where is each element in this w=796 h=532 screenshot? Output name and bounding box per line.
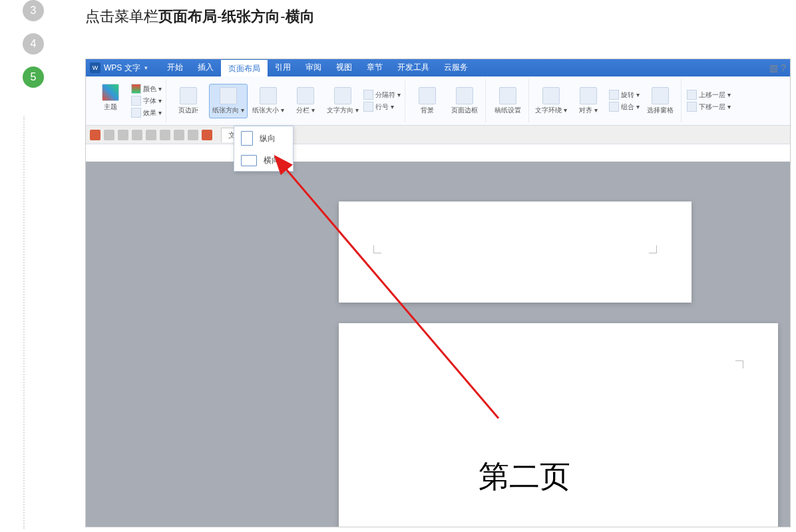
ribbon-orientation-button[interactable]: 纸张方向 ▾ xyxy=(209,84,248,118)
instruction-text: 点击菜单栏页面布局-纸张方向-横向 xyxy=(85,7,315,27)
instruction-sep-2: - xyxy=(280,8,285,25)
step-badge-4: 4 xyxy=(23,33,44,55)
size-icon xyxy=(260,87,277,104)
margins-icon xyxy=(180,87,197,104)
titlebar-right-icons: ▥ ? xyxy=(769,63,786,73)
step-badge-5: 5 xyxy=(23,66,44,88)
ribbon-linenum-button[interactable]: 行号 ▾ xyxy=(363,102,401,112)
tab-insert[interactable]: 插入 xyxy=(190,59,221,78)
ribbon-paper-button[interactable]: 稿纸设置 xyxy=(491,87,524,115)
ribbon-color-label: 颜色 xyxy=(143,84,156,94)
ribbon-pane-button[interactable]: 选择窗格 xyxy=(644,87,677,115)
ribbon-effect-button[interactable]: 效果 ▾ xyxy=(131,108,162,118)
dropdown-landscape-label: 横向 xyxy=(264,155,280,166)
ribbon-pane-label: 选择窗格 xyxy=(647,106,674,115)
qat-icon-8[interactable] xyxy=(188,130,198,140)
ribbon-bg-button[interactable]: 背景 xyxy=(411,87,444,115)
group-icon xyxy=(609,102,619,112)
ribbon-wrap-button[interactable]: 文字环绕 ▾ xyxy=(534,87,568,115)
qat-icon-3[interactable] xyxy=(118,130,128,140)
ribbon-group-theme: 主题 颜色 ▾ 字体 ▾ 效果 ▾ xyxy=(90,79,166,122)
ribbon-group-label: 组合 xyxy=(621,102,634,112)
ribbon-margins-label: 页边距 xyxy=(178,106,198,115)
ribbon-columns-button[interactable]: 分栏 ▾ xyxy=(289,87,322,115)
ribbon-theme-button[interactable]: 主题 xyxy=(94,84,127,118)
tab-review[interactable]: 审阅 xyxy=(298,59,329,78)
ribbon-group-bg: 背景 页面边框 xyxy=(407,79,486,122)
instruction-bold-1: 页面布局 xyxy=(158,8,217,25)
dropdown-portrait-label: 纵向 xyxy=(260,133,276,144)
page-corner-mark xyxy=(373,245,381,253)
ribbon-align-button[interactable]: 对齐 ▾ xyxy=(572,87,605,115)
ribbon-down-button[interactable]: 下移一层 ▾ xyxy=(687,102,731,112)
window-min-icon[interactable]: ▥ xyxy=(769,63,778,73)
qat-icon-2[interactable] xyxy=(104,130,114,140)
ribbon-border-label: 页面边框 xyxy=(451,106,478,115)
tab-cloud[interactable]: 云服务 xyxy=(437,59,475,78)
tab-devtools[interactable]: 开发工具 xyxy=(390,59,437,78)
window-help-icon[interactable]: ? xyxy=(781,63,786,73)
breaks-icon xyxy=(363,90,373,100)
ribbon-align-label: 对齐 ▾ xyxy=(579,106,598,115)
qat-icon-1[interactable] xyxy=(90,130,100,140)
up-icon xyxy=(687,90,697,100)
tab-pagelayout[interactable]: 页面布局 xyxy=(221,59,268,78)
ribbon-margins-button[interactable]: 页边距 xyxy=(172,87,205,115)
ribbon-effect-label: 效果 xyxy=(143,108,156,118)
instruction-bold-2: 纸张方向 xyxy=(222,8,280,25)
dropdown-landscape[interactable]: 横向 xyxy=(234,150,293,171)
ribbon-rotate-button[interactable]: 旋转 ▾ xyxy=(609,90,640,100)
ribbon-textdir-button[interactable]: 文字方向 ▾ xyxy=(326,87,359,115)
ribbon-breaks-button[interactable]: 分隔符 ▾ xyxy=(363,90,401,100)
app-icon: W xyxy=(90,63,100,73)
document-area[interactable]: 第二页 xyxy=(86,162,790,527)
qat-icon-4[interactable] xyxy=(132,130,142,140)
app-title: WPS 文字 xyxy=(104,63,140,74)
titlebar-dropdown-icon[interactable]: ▾ xyxy=(144,65,148,71)
font-icon xyxy=(131,96,141,106)
theme-icon xyxy=(102,84,119,101)
color-icon xyxy=(131,84,141,94)
quick-access-row: 文档.doc * × + xyxy=(86,126,790,144)
ribbon-font-label: 字体 xyxy=(143,96,156,106)
ribbon-wrap-label: 文字环绕 ▾ xyxy=(535,106,567,115)
qat-icon-6[interactable] xyxy=(160,130,170,140)
ribbon-bg-label: 背景 xyxy=(421,106,434,115)
tab-view[interactable]: 视图 xyxy=(329,59,359,78)
ribbon: 主题 颜色 ▾ 字体 ▾ 效果 ▾ 页边距 纸张方向 ▾ 纸张大小 ▾ xyxy=(86,76,790,126)
qat-icon-9[interactable] xyxy=(202,130,212,140)
tab-references[interactable]: 引用 xyxy=(268,59,298,78)
ribbon-group-paper: 稿纸设置 xyxy=(487,79,529,122)
qat-icon-5[interactable] xyxy=(146,130,156,140)
ribbon-down-label: 下移一层 xyxy=(699,102,725,112)
ribbon-size-button[interactable]: 纸张大小 ▾ xyxy=(252,87,285,115)
landscape-icon xyxy=(241,155,257,166)
tab-start[interactable]: 开始 xyxy=(160,59,190,78)
qat-icon-7[interactable] xyxy=(174,130,184,140)
ribbon-group-button[interactable]: 组合 ▾ xyxy=(609,102,640,112)
tab-section[interactable]: 章节 xyxy=(359,59,390,78)
pane-icon xyxy=(652,87,669,104)
ribbon-orientation-label: 纸张方向 ▾ xyxy=(212,106,244,115)
instruction-bold-3: 横向 xyxy=(286,8,315,25)
orientation-dropdown: 纵向 横向 xyxy=(234,126,294,172)
menu-tabs: 开始 插入 页面布局 引用 审阅 视图 章节 开发工具 云服务 xyxy=(160,59,475,78)
ribbon-up-label: 上移一层 xyxy=(699,90,725,100)
portrait-icon xyxy=(241,131,253,146)
dropdown-portrait[interactable]: 纵向 xyxy=(234,126,293,150)
page-2-text: 第二页 xyxy=(479,456,570,497)
ribbon-up-button[interactable]: 上移一层 ▾ xyxy=(687,90,731,100)
ribbon-font-button[interactable]: 字体 ▾ xyxy=(131,96,162,106)
titlebar: W WPS 文字 ▾ 开始 插入 页面布局 引用 审阅 视图 章节 开发工具 云… xyxy=(86,59,790,76)
instruction-prefix: 点击菜单栏 xyxy=(85,8,158,25)
linenum-icon xyxy=(363,102,373,112)
ribbon-linenum-label: 行号 xyxy=(375,102,389,112)
ribbon-size-label: 纸张大小 ▾ xyxy=(252,106,284,115)
ribbon-border-button[interactable]: 页面边框 xyxy=(448,87,481,115)
effect-icon xyxy=(131,108,141,118)
ribbon-color-button[interactable]: 颜色 ▾ xyxy=(131,84,162,94)
orientation-icon xyxy=(220,87,237,104)
page-2: 第二页 xyxy=(339,323,778,527)
page-corner-mark xyxy=(735,360,743,368)
step-sidebar: 3 4 5 xyxy=(13,0,53,100)
